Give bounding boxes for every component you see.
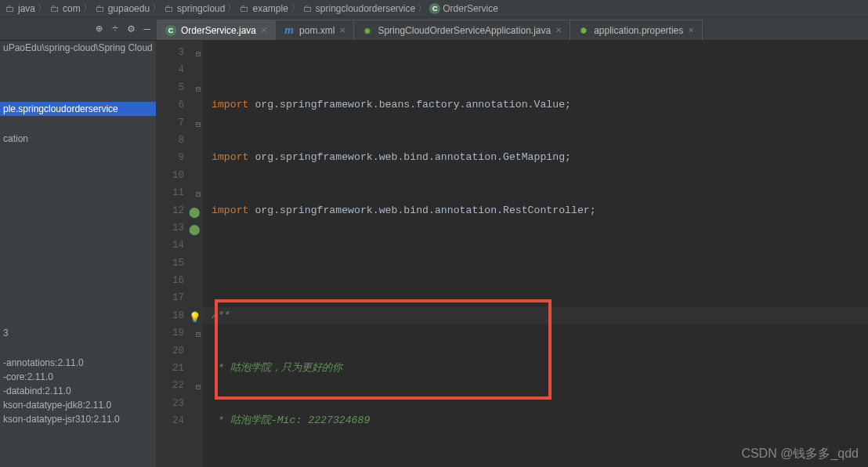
- tab-appprops[interactable]: ⬢ application.properties ✕: [570, 20, 703, 40]
- locate-icon[interactable]: ⊕: [96, 22, 102, 35]
- close-icon[interactable]: ✕: [261, 26, 267, 34]
- maven-icon: m: [284, 25, 295, 36]
- project-item[interactable]: cation: [0, 132, 156, 146]
- bc-item[interactable]: 🗀springcloud: [164, 3, 225, 14]
- project-item[interactable]: kson-datatype-jdk8:2.11.0: [0, 398, 156, 412]
- project-item[interactable]: 3: [0, 326, 156, 340]
- tab-label: SpringCloudOrderServiceApplication.java: [378, 25, 551, 36]
- gear-icon[interactable]: ⚙: [128, 22, 134, 35]
- chevron-right-icon: 〉: [83, 2, 92, 15]
- chevron-right-icon: 〉: [38, 2, 47, 15]
- spring-icon: ◉: [362, 25, 373, 36]
- chevron-right-icon: 〉: [291, 2, 300, 15]
- breadcrumb-bar: 🗀java〉 🗀com〉 🗀gupaoedu〉 🗀springcloud〉 🗀e…: [0, 0, 868, 17]
- bc-item[interactable]: 🗀gupaoedu: [95, 3, 150, 14]
- bc-item[interactable]: 🗀example: [239, 3, 288, 14]
- bc-item[interactable]: 🗀java: [5, 3, 35, 14]
- folder-icon: 🗀: [239, 3, 250, 14]
- folder-icon: 🗀: [5, 3, 16, 14]
- code-editor[interactable]: 3⊟ 4 5⊟ 6 7⊟ 8 9 10 11⊟ 12⬤ 13⬤ 14 15 16…: [157, 41, 868, 467]
- project-panel[interactable]: uPaoEdu\spring-cloud\Spring Cloud ple.sp…: [0, 41, 157, 467]
- bc-item[interactable]: 🗀springcloudorderservice: [302, 3, 415, 14]
- hide-icon[interactable]: —: [144, 23, 150, 35]
- go-to-bean-icon[interactable]: ⬤: [189, 205, 200, 215]
- close-icon[interactable]: ✕: [688, 26, 694, 34]
- main-area: uPaoEdu\spring-cloud\Spring Cloud ple.sp…: [0, 41, 868, 467]
- intention-bulb-icon[interactable]: 💡: [189, 310, 200, 320]
- chevron-right-icon: 〉: [418, 2, 427, 15]
- chevron-right-icon: 〉: [152, 2, 161, 15]
- folder-icon: 🗀: [95, 3, 106, 14]
- class-icon: C: [429, 3, 440, 14]
- project-item[interactable]: -annotations:2.11.0: [0, 356, 156, 370]
- bc-item[interactable]: COrderService: [429, 3, 498, 14]
- class-icon: C: [165, 25, 176, 36]
- go-to-bean-icon[interactable]: ⬤: [189, 222, 200, 233]
- project-item-selected[interactable]: ple.springcloudorderservice: [0, 102, 156, 116]
- project-path[interactable]: uPaoEdu\spring-cloud\Spring Cloud: [0, 41, 156, 55]
- tab-label: pom.xml: [299, 25, 335, 36]
- folder-icon: 🗀: [302, 3, 313, 14]
- project-tool-buttons: ⊕ ÷ ⚙ —: [0, 22, 157, 35]
- editor-tabs: C OrderService.java ✕ m pom.xml ✕ ◉ Spri…: [157, 17, 702, 40]
- project-item[interactable]: -core:2.11.0: [0, 370, 156, 384]
- project-item[interactable]: -databind:2.11.0: [0, 384, 156, 398]
- close-icon[interactable]: ✕: [339, 26, 345, 34]
- tab-pom[interactable]: m pom.xml ✕: [275, 20, 354, 40]
- tab-springapp[interactable]: ◉ SpringCloudOrderServiceApplication.jav…: [353, 20, 570, 40]
- bc-item[interactable]: 🗀com: [49, 3, 81, 14]
- close-icon[interactable]: ✕: [555, 26, 562, 34]
- properties-icon: ⬢: [578, 25, 589, 36]
- toolbar-row: ⊕ ÷ ⚙ — C OrderService.java ✕ m pom.xml …: [0, 17, 868, 41]
- code-area[interactable]: import org.springframework.beans.factory…: [202, 41, 868, 467]
- project-item[interactable]: kson-datatype-jsr310:2.11.0: [0, 412, 156, 426]
- tab-label: OrderService.java: [181, 25, 256, 36]
- tab-orderservice[interactable]: C OrderService.java ✕: [157, 20, 276, 40]
- folder-icon: 🗀: [164, 3, 175, 14]
- tab-label: application.properties: [594, 25, 683, 36]
- collapse-icon[interactable]: ÷: [112, 23, 118, 35]
- line-gutter: 3⊟ 4 5⊟ 6 7⊟ 8 9 10 11⊟ 12⬤ 13⬤ 14 15 16…: [157, 41, 202, 467]
- folder-icon: 🗀: [49, 3, 60, 14]
- chevron-right-icon: 〉: [227, 2, 237, 15]
